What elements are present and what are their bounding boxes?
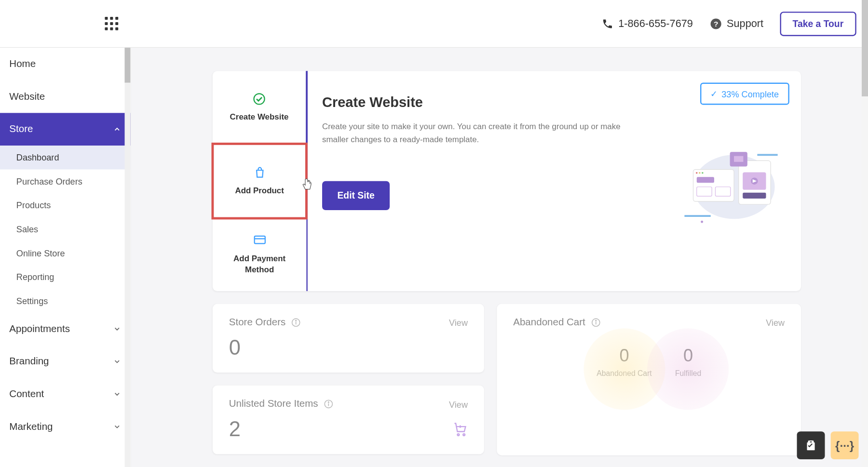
- bag-icon: [253, 166, 266, 179]
- view-link[interactable]: View: [449, 399, 468, 409]
- step-add-product[interactable]: Add Product: [212, 143, 308, 220]
- page-scrollbar[interactable]: [862, 0, 868, 467]
- setup-description: Create your site to make it your own. Yo…: [322, 120, 625, 146]
- sidebar: Home Website Store Dashboard Purchase Or…: [0, 48, 131, 467]
- sidebar-sub-online-store[interactable]: Online Store: [0, 241, 131, 265]
- svg-point-9: [702, 172, 704, 174]
- step-label: Create Website: [230, 111, 289, 122]
- store-orders-card: Store Orders View 0: [213, 304, 484, 373]
- chevron-down-icon: [113, 390, 121, 398]
- svg-rect-10: [697, 177, 714, 183]
- nav-label: Branding: [9, 356, 49, 367]
- svg-point-7: [696, 172, 698, 174]
- svg-rect-6: [693, 170, 734, 201]
- chevron-up-icon: [113, 125, 121, 133]
- check-icon: [253, 93, 266, 106]
- svg-point-29: [457, 434, 459, 436]
- sidebar-sub-purchase-orders[interactable]: Purchase Orders: [0, 170, 131, 194]
- svg-text:?: ?: [713, 19, 718, 27]
- apps-grid-icon[interactable]: [105, 17, 118, 30]
- complete-badge: ✓ 33% Complete: [700, 83, 789, 105]
- info-icon[interactable]: [591, 318, 600, 327]
- nav-label: Content: [9, 388, 44, 400]
- phone-number[interactable]: 1-866-655-7679: [602, 17, 693, 29]
- step-add-payment[interactable]: Add Payment Method: [213, 218, 306, 291]
- step-create-website[interactable]: Create Website: [213, 71, 308, 144]
- setup-steps: Create Website Add Product Add Payment M…: [213, 71, 308, 291]
- sidebar-sub-reporting[interactable]: Reporting: [0, 265, 131, 289]
- code-button[interactable]: {···}: [831, 431, 859, 459]
- chevron-down-icon: [113, 358, 121, 366]
- sidebar-sub-dashboard[interactable]: Dashboard: [0, 146, 131, 170]
- edit-site-button[interactable]: Edit Site: [322, 181, 390, 210]
- sidebar-sub-sales[interactable]: Sales: [0, 217, 131, 241]
- svg-rect-19: [743, 193, 766, 199]
- sidebar-sub-settings[interactable]: Settings: [0, 289, 131, 313]
- sidebar-item-content[interactable]: Content: [0, 378, 131, 411]
- sidebar-scrollbar[interactable]: [125, 48, 131, 467]
- svg-rect-15: [734, 156, 743, 162]
- sidebar-item-website[interactable]: Website: [0, 80, 131, 113]
- stat-value: 2: [229, 417, 241, 441]
- view-link[interactable]: View: [449, 318, 468, 328]
- stat-title: Store Orders: [229, 317, 286, 328]
- sidebar-item-marketing[interactable]: Marketing: [0, 411, 131, 443]
- abandoned-metric-fulfilled: 0 Fulfilled: [675, 346, 701, 378]
- svg-point-2: [254, 94, 264, 105]
- cart-icon: [453, 422, 468, 437]
- abandoned-metric-cart: 0 Abandoned Cart: [597, 346, 651, 378]
- svg-point-25: [296, 320, 297, 321]
- unlisted-items-card: Unlisted Store Items View 2: [213, 386, 484, 454]
- help-icon: ?: [709, 17, 722, 30]
- nav-label: Marketing: [9, 421, 53, 432]
- stat-value: 0: [229, 335, 468, 360]
- abandoned-cart-card: Abandoned Cart View 0 Abandoned Cart: [497, 304, 801, 455]
- svg-point-35: [596, 320, 597, 321]
- info-icon[interactable]: [324, 400, 333, 409]
- header: 1-866-655-7679 ? Support Take a Tour: [0, 0, 868, 48]
- nav-label: Home: [9, 58, 36, 70]
- support-link[interactable]: ? Support: [709, 17, 763, 30]
- svg-point-28: [328, 402, 329, 403]
- sidebar-item-branding[interactable]: Branding: [0, 345, 131, 378]
- phone-icon: [602, 18, 613, 29]
- sidebar-item-home[interactable]: Home: [0, 48, 131, 80]
- stat-title: Unlisted Store Items: [229, 398, 318, 410]
- card-icon: [253, 235, 266, 248]
- chevron-down-icon: [113, 325, 121, 333]
- setup-card: Create Website Add Product Add Payment M…: [213, 71, 801, 291]
- phone-number-text: 1-866-655-7679: [618, 17, 693, 29]
- info-icon[interactable]: [291, 318, 300, 327]
- content-area: Create Website Add Product Add Payment M…: [131, 48, 868, 467]
- chevron-down-icon: [113, 423, 121, 431]
- step-label: Add Payment Method: [218, 254, 300, 275]
- clipboard-button[interactable]: [797, 431, 825, 459]
- floating-buttons: {···}: [797, 431, 859, 459]
- support-label: Support: [727, 17, 763, 29]
- check-icon: ✓: [710, 89, 718, 99]
- nav-label: Appointments: [9, 323, 70, 334]
- svg-point-8: [699, 172, 701, 174]
- website-illustration: [670, 94, 787, 274]
- svg-point-30: [463, 434, 465, 436]
- nav-label: Website: [9, 91, 45, 102]
- take-tour-button[interactable]: Take a Tour: [780, 12, 856, 36]
- view-link[interactable]: View: [766, 318, 785, 328]
- svg-rect-3: [254, 237, 265, 244]
- complete-label: 33% Complete: [721, 89, 779, 99]
- sidebar-item-appointments[interactable]: Appointments: [0, 313, 131, 346]
- setup-title: Create Website: [322, 94, 670, 111]
- sidebar-sub-products[interactable]: Products: [0, 193, 131, 217]
- stat-title: Abandoned Cart: [513, 317, 585, 328]
- sidebar-item-store[interactable]: Store: [0, 113, 131, 146]
- svg-point-22: [701, 221, 703, 223]
- nav-label: Store: [9, 123, 33, 135]
- step-label: Add Product: [235, 185, 284, 196]
